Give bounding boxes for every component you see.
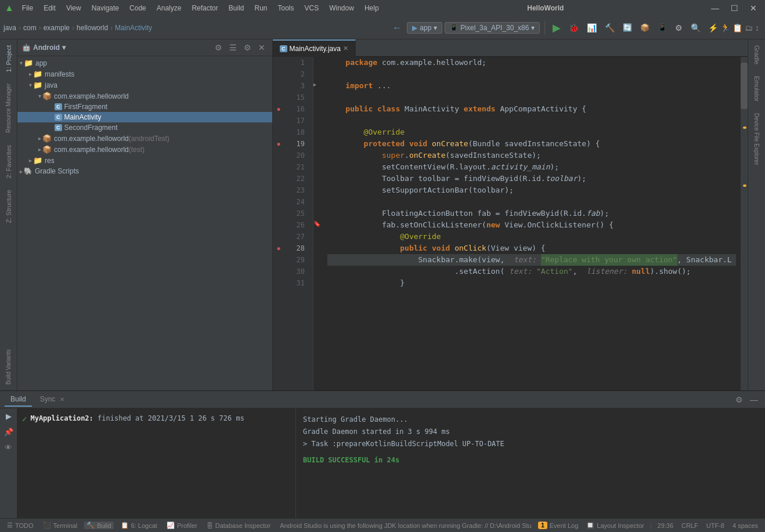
status-encoding[interactable]: UTF-8	[704, 522, 727, 529]
scrollbar-thumb[interactable]	[741, 63, 748, 109]
breadcrumb-example[interactable]: example	[44, 24, 70, 32]
bottom-icon-eye[interactable]: 👁	[2, 440, 15, 455]
project-panel-title[interactable]: 🤖 Android ▾	[22, 44, 66, 52]
status-indent[interactable]: 4 spaces	[730, 522, 760, 529]
tree-item-app[interactable]: ▾ 📁 app	[17, 57, 272, 68]
line-num-24: 24	[284, 196, 308, 208]
sidebar-item-resource-manager[interactable]: Resource Manager	[3, 78, 14, 139]
status-line-ending[interactable]: CRLF	[679, 522, 701, 529]
menu-window[interactable]: Window	[324, 3, 359, 13]
breadcrumb-java[interactable]: java	[3, 24, 16, 32]
minimize-button[interactable]: —	[708, 2, 723, 14]
sidebar-item-emulator[interactable]: Emulator	[751, 70, 763, 107]
sidebar-item-favorites[interactable]: 2: Favorites	[3, 139, 15, 184]
package-icon: 📦	[42, 145, 52, 154]
bottom-tab-build[interactable]: Build	[5, 393, 32, 407]
line-num-2: 2	[284, 68, 308, 80]
editor-scrollbar[interactable]	[741, 57, 748, 390]
status-todo[interactable]: ☰ TODO	[5, 522, 36, 529]
menu-file[interactable]: File	[17, 3, 38, 13]
toolbar-extra-icons: ⚡ 🏃 📋 🗂 ↕	[706, 23, 762, 32]
menu-help[interactable]: Help	[360, 3, 384, 13]
code-line-3: import ...	[327, 80, 736, 92]
tab-close-button[interactable]: ✕	[343, 45, 348, 52]
menu-navigate[interactable]: Navigate	[87, 3, 124, 13]
status-database-inspector[interactable]: 🗄 Database Inspector	[204, 522, 273, 529]
status-profiler[interactable]: 📈 Profiler	[164, 522, 200, 529]
bottom-panel-minimize[interactable]: —	[748, 394, 760, 406]
status-position[interactable]: 29:36	[655, 522, 676, 529]
breadcrumb-helloworld[interactable]: helloworld	[77, 24, 108, 32]
layout-inspector-label: Layout Inspector	[597, 522, 644, 529]
tree-item-gradle[interactable]: ▸ 🐘 Gradle Scripts	[17, 166, 272, 176]
expand-icon: ▸	[29, 157, 32, 164]
build-button[interactable]: 🔨	[602, 21, 618, 34]
back-button[interactable]: ←	[389, 21, 405, 35]
fold-3: ▸	[313, 80, 323, 92]
run-button[interactable]: ▶	[550, 20, 564, 36]
code-content[interactable]: package com.example.helloworld; import .…	[323, 57, 741, 390]
bottom-panel-settings[interactable]: ⚙	[733, 394, 745, 406]
tree-item-java[interactable]: ▾ 📁 java	[17, 79, 272, 91]
editor-tab-bar: C MainActivity.java ✕	[273, 39, 748, 57]
avd-manager-button[interactable]: 📱	[655, 21, 670, 34]
close-button[interactable]: ✕	[746, 2, 760, 14]
maximize-button[interactable]: ☐	[727, 2, 742, 14]
breadcrumb-mainactivity[interactable]: MainActivity	[115, 24, 152, 32]
menu-code[interactable]: Code	[125, 3, 151, 13]
sync-button[interactable]: 🔄	[620, 21, 635, 34]
bottom-tab-sync[interactable]: Sync ✕	[34, 393, 70, 407]
line-num-31: 31	[284, 277, 308, 289]
menu-vcs[interactable]: VCS	[300, 3, 324, 13]
project-collapse-button[interactable]: ☰	[227, 42, 239, 53]
status-logcat[interactable]: 📋 6: Logcat	[118, 522, 160, 529]
project-panel-close[interactable]: ✕	[256, 42, 268, 53]
bottom-icon-run[interactable]: ▶	[3, 408, 14, 424]
profile-button[interactable]: 📊	[584, 21, 600, 34]
fold-icon[interactable]: ▸	[313, 81, 316, 88]
project-sync-button[interactable]: ⚙	[212, 42, 225, 53]
device-selector[interactable]: 📱 Pixel_3a_API_30_x86 ▾	[445, 22, 540, 34]
build-tab-label: Build	[97, 522, 111, 529]
menu-build[interactable]: Build	[224, 3, 249, 13]
menu-edit[interactable]: Edit	[39, 3, 60, 13]
menu-run[interactable]: Run	[250, 3, 272, 13]
code-line-15	[327, 92, 736, 103]
bottom-icon-pin[interactable]: 📌	[2, 424, 16, 440]
editor-tab-mainactivity[interactable]: C MainActivity.java ✕	[273, 39, 356, 57]
run-config-selector[interactable]: ▶ app ▾	[407, 22, 442, 34]
menu-view[interactable]: View	[62, 3, 86, 13]
status-event-log[interactable]: 1 Event Log	[536, 522, 580, 529]
settings-button[interactable]: ⚙	[672, 21, 685, 34]
sdk-manager-button[interactable]: 📦	[637, 21, 652, 34]
sidebar-item-project[interactable]: 1: Project	[3, 39, 15, 78]
sidebar-item-gradle[interactable]: Gradle	[751, 39, 763, 70]
fold-23	[313, 184, 323, 196]
tree-item-res[interactable]: ▸ 📁 res	[17, 155, 272, 166]
status-layout-inspector[interactable]: 🔲 Layout Inspector	[584, 522, 646, 529]
marker-27	[273, 231, 284, 243]
menu-tools[interactable]: Tools	[273, 3, 299, 13]
sync-tab-close[interactable]: ✕	[60, 396, 64, 403]
tab-class-icon: C	[280, 45, 287, 52]
profiler-label: Profiler	[177, 522, 197, 529]
status-build-tab[interactable]: 🔨 Build	[84, 522, 113, 529]
tree-item-package-main[interactable]: ▾ 📦 com.example.helloworld	[17, 91, 272, 102]
tree-item-second-fragment[interactable]: C SecondFragment	[17, 122, 272, 133]
sidebar-item-device-file-explorer[interactable]: Device File Explorer	[751, 107, 762, 171]
tree-item-manifests[interactable]: ▸ 📁 manifests	[17, 68, 272, 79]
code-line-21: setContentView(R.layout. activity_main )…	[327, 161, 736, 173]
menu-analyze[interactable]: Analyze	[152, 3, 186, 13]
debug-button[interactable]: 🐞	[566, 21, 582, 34]
sidebar-item-structure[interactable]: Z: Structure	[3, 184, 15, 229]
status-terminal[interactable]: ⬛ Terminal	[41, 522, 80, 529]
menu-refactor[interactable]: Refactor	[187, 3, 222, 13]
breadcrumb-com[interactable]: com	[23, 24, 37, 32]
project-settings-button[interactable]: ⚙	[241, 42, 254, 53]
sidebar-item-build-variants[interactable]: Build Variants	[3, 343, 14, 390]
tree-item-package-test[interactable]: ▸ 📦 com.example.helloworld (test)	[17, 144, 272, 155]
tree-item-first-fragment[interactable]: C FirstFragment	[17, 102, 272, 112]
tree-item-mainactivity[interactable]: C MainActivity	[17, 112, 272, 122]
search-everywhere-button[interactable]: 🔍	[688, 21, 703, 34]
tree-item-package-androidtest[interactable]: ▸ 📦 com.example.helloworld (androidTest)	[17, 133, 272, 144]
